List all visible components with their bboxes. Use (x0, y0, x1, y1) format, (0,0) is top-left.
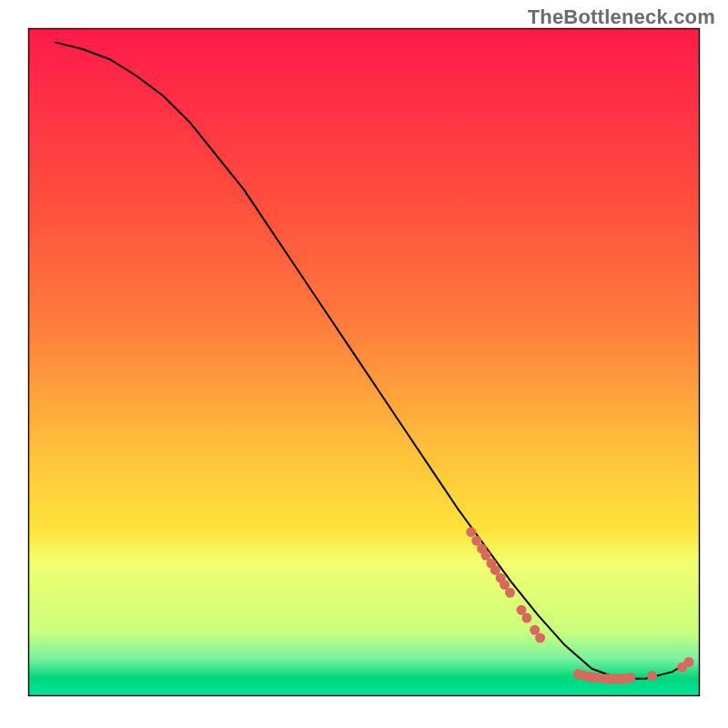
data-point (505, 588, 515, 598)
data-point (521, 613, 531, 623)
data-point (647, 671, 657, 681)
plot-background (29, 29, 699, 695)
bottleneck-chart (0, 0, 728, 728)
data-point (683, 657, 693, 667)
data-point (535, 633, 545, 643)
attribution-watermark: TheBottleneck.com (528, 5, 715, 29)
data-point (466, 527, 476, 537)
data-point (625, 672, 635, 682)
chart-canvas: TheBottleneck.com (0, 0, 728, 728)
